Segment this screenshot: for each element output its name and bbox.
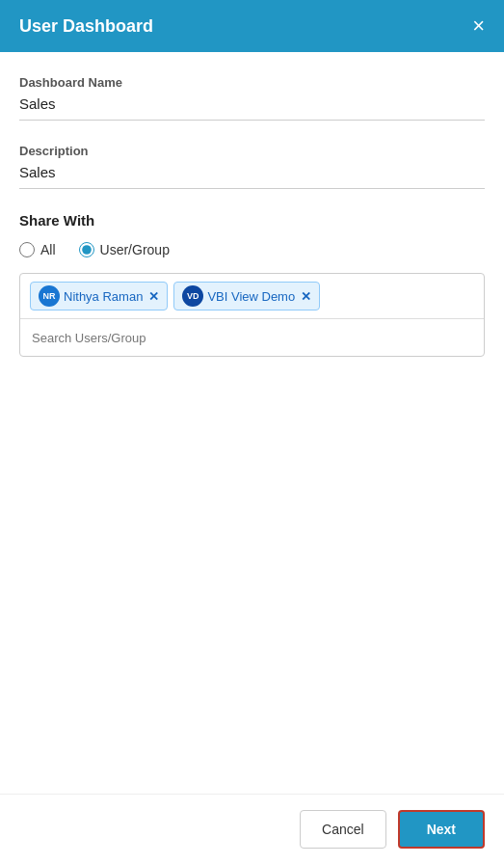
tag-vbi-view-demo: VD VBI View Demo ✕ (173, 282, 320, 310)
search-row (20, 319, 484, 356)
radio-user-group-input[interactable] (79, 242, 94, 257)
tag-close-nithya[interactable]: ✕ (148, 289, 159, 304)
radio-all-option[interactable]: All (19, 242, 56, 257)
dashboard-name-value: Sales (19, 95, 485, 121)
description-group: Description Sales (19, 144, 485, 189)
tag-nithya-raman: NR Nithya Raman ✕ (30, 282, 168, 310)
close-button[interactable]: × (472, 15, 485, 37)
tag-name-nithya: Nithya Raman (64, 289, 143, 304)
radio-all-label: All (40, 242, 56, 257)
search-users-group-input[interactable] (32, 331, 472, 345)
next-button[interactable]: Next (398, 810, 485, 849)
share-with-section: Share With All User/Group NR Nithya Rama… (19, 212, 485, 357)
dashboard-name-group: Dashboard Name Sales (19, 75, 485, 121)
tag-name-vbi: VBI View Demo (207, 289, 295, 304)
tag-close-vbi[interactable]: ✕ (301, 289, 311, 304)
dialog-body: Dashboard Name Sales Description Sales S… (0, 52, 504, 794)
tag-avatar-vd: VD (182, 285, 203, 307)
user-dashboard-dialog: User Dashboard × Dashboard Name Sales De… (0, 0, 504, 864)
dialog-footer: Cancel Next (0, 794, 504, 864)
cancel-button[interactable]: Cancel (300, 810, 386, 849)
description-value: Sales (19, 164, 485, 189)
dashboard-name-label: Dashboard Name (19, 75, 485, 90)
dialog-title: User Dashboard (19, 16, 153, 37)
share-with-label: Share With (19, 212, 485, 229)
tag-avatar-nr: NR (39, 285, 60, 307)
description-label: Description (19, 144, 485, 158)
share-radio-group: All User/Group (19, 242, 485, 257)
dialog-header: User Dashboard × (0, 0, 504, 52)
radio-all-input[interactable] (19, 242, 35, 257)
tags-container: NR Nithya Raman ✕ VD VBI View Demo ✕ (19, 273, 485, 357)
radio-user-group-label: User/Group (100, 242, 170, 257)
radio-user-group-option[interactable]: User/Group (79, 242, 170, 257)
tags-row: NR Nithya Raman ✕ VD VBI View Demo ✕ (20, 274, 484, 319)
